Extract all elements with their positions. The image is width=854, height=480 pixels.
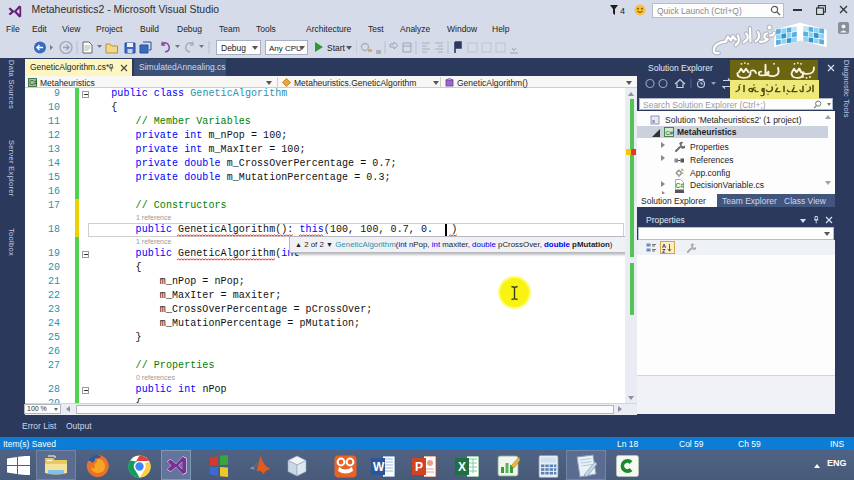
svg-text:C#: C# <box>666 130 674 136</box>
svg-text:W: W <box>373 460 385 474</box>
svg-text:4: 4 <box>620 6 625 16</box>
svg-text:C#: C# <box>29 79 37 86</box>
svg-text:s: s <box>652 118 655 124</box>
svg-text:Z: Z <box>662 248 666 253</box>
svg-text:P: P <box>415 460 423 474</box>
svg-text:X: X <box>458 460 466 474</box>
svg-text:C#: C# <box>676 182 685 189</box>
